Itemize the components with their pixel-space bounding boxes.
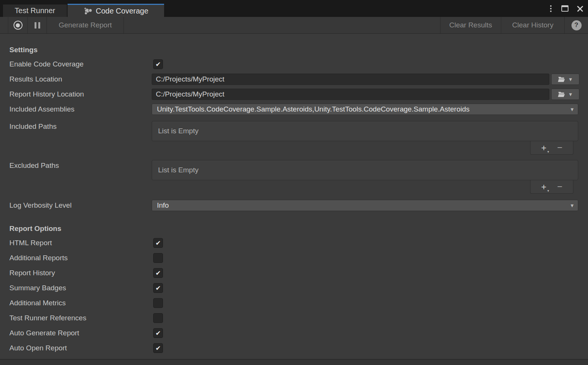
tab-test-runner[interactable]: Test Runner [3, 5, 67, 17]
tab-label: Test Runner [15, 6, 55, 15]
record-icon [14, 21, 23, 30]
toolbar-spacer [0, 17, 8, 33]
add-dropdown-caret-icon: ▾ [547, 150, 549, 154]
summary-badges-label: Summary Badges [9, 284, 66, 292]
html-report-label: HTML Report [9, 239, 52, 247]
results-location-browse-button[interactable]: ▼ [551, 74, 579, 85]
clear-history-label: Clear History [512, 21, 553, 29]
pause-button[interactable] [28, 17, 47, 33]
tab-code-coverage[interactable]: Code Coverage [68, 4, 164, 17]
toolbar-flex-space [124, 17, 440, 33]
enable-code-coverage-label: Enable Code Coverage [9, 60, 84, 68]
additional-metrics-row: Additional Metrics [0, 297, 588, 309]
log-verbosity-row: Log Verbosity Level Info ▼ [0, 200, 588, 211]
report-options-header: Report Options [9, 225, 61, 233]
excluded-paths-label: Excluded Paths [9, 161, 59, 170]
results-location-label: Results Location [9, 75, 62, 83]
summary-badges-checkbox[interactable] [153, 283, 163, 293]
clear-history-button[interactable]: Clear History [501, 17, 564, 33]
auto-generate-report-label: Auto Generate Report [9, 329, 79, 337]
toolbar: Generate Report Clear Results Clear Hist… [0, 17, 588, 34]
chevron-down-icon: ▼ [568, 77, 573, 82]
plus-icon: + [541, 143, 546, 153]
generate-report-label: Generate Report [59, 21, 112, 29]
test-runner-references-row: Test Runner References [0, 312, 588, 324]
enable-code-coverage-checkbox[interactable] [153, 59, 163, 69]
clear-results-label: Clear Results [449, 21, 492, 29]
report-history-checkbox[interactable] [153, 268, 163, 278]
report-history-row: Report History [0, 267, 588, 279]
html-report-row: HTML Report [0, 237, 588, 249]
help-button[interactable]: ? [564, 17, 588, 33]
auto-open-report-checkbox[interactable] [153, 343, 163, 353]
report-history-location-input[interactable]: C:/Projects/MyProject [152, 89, 549, 100]
chevron-down-icon: ▼ [570, 203, 574, 208]
remove-path-button[interactable]: − [557, 184, 562, 189]
add-dropdown-caret-icon: ▾ [547, 189, 549, 193]
remove-path-button[interactable]: − [557, 145, 562, 150]
chevron-down-icon: ▼ [570, 107, 574, 112]
included-paths-list[interactable]: List is Empty [152, 121, 578, 141]
additional-reports-row: Additional Reports [0, 252, 588, 264]
log-verbosity-dropdown[interactable]: Info ▼ [152, 200, 578, 211]
add-path-button[interactable]: + ▾ [541, 143, 546, 152]
auto-open-report-label: Auto Open Report [9, 344, 67, 352]
open-folder-icon [558, 76, 565, 83]
test-runner-references-label: Test Runner References [9, 314, 86, 322]
settings-header: Settings [9, 46, 38, 54]
plus-icon: + [541, 182, 546, 192]
additional-reports-label: Additional Reports [9, 254, 68, 262]
record-button[interactable] [8, 17, 28, 33]
report-history-location-row: Report History Location C:/Projects/MyPr… [0, 89, 588, 100]
report-history-label: Report History [9, 269, 55, 277]
additional-metrics-checkbox[interactable] [153, 298, 163, 308]
additional-reports-checkbox[interactable] [153, 253, 163, 263]
log-verbosity-value: Info [157, 201, 567, 210]
report-options-header-row: Report Options [0, 223, 588, 234]
tab-bar: Test Runner Code Coverage [0, 0, 588, 17]
kebab-menu-icon[interactable] [549, 4, 553, 14]
log-verbosity-label: Log Verbosity Level [9, 201, 72, 210]
excluded-paths-list-footer: + ▾ − [530, 180, 573, 194]
generate-report-button[interactable]: Generate Report [47, 17, 124, 33]
auto-generate-report-checkbox[interactable] [153, 328, 163, 338]
included-assemblies-dropdown[interactable]: Unity.TestTools.CodeCoverage.Sample.Aste… [152, 104, 578, 115]
test-runner-references-checkbox[interactable] [153, 313, 163, 323]
list-empty-text: List is Empty [158, 166, 199, 174]
minus-icon: − [557, 142, 562, 152]
report-history-location-label: Report History Location [9, 90, 84, 98]
clear-results-button[interactable]: Clear Results [440, 17, 501, 33]
chevron-down-icon: ▼ [568, 92, 573, 97]
help-icon: ? [571, 20, 582, 30]
close-icon[interactable] [577, 5, 583, 12]
maximize-icon[interactable] [561, 5, 568, 12]
auto-open-report-row: Auto Open Report [0, 342, 588, 354]
code-coverage-icon [83, 6, 92, 15]
pause-icon [35, 22, 40, 29]
html-report-checkbox[interactable] [153, 238, 163, 248]
included-assemblies-label: Included Assemblies [9, 105, 74, 113]
settings-header-row: Settings [0, 44, 588, 56]
code-coverage-panel: Settings Enable Code Coverage Results Lo… [0, 34, 588, 359]
results-location-row: Results Location C:/Projects/MyProject ▼ [0, 74, 588, 85]
enable-code-coverage-row: Enable Code Coverage [0, 59, 588, 70]
summary-badges-row: Summary Badges [0, 282, 588, 294]
window-controls [549, 0, 583, 17]
tab-label: Code Coverage [96, 7, 148, 15]
minus-icon: − [557, 181, 562, 192]
excluded-paths-list[interactable]: List is Empty [152, 160, 578, 180]
open-folder-icon [558, 91, 565, 98]
window-bottom-edge [0, 359, 588, 365]
included-paths-label: Included Paths [9, 122, 57, 131]
included-paths-list-footer: + ▾ − [530, 141, 573, 155]
results-location-input[interactable]: C:/Projects/MyProject [152, 74, 549, 85]
included-assemblies-value: Unity.TestTools.CodeCoverage.Sample.Aste… [157, 105, 567, 113]
report-history-browse-button[interactable]: ▼ [551, 89, 579, 100]
add-path-button[interactable]: + ▾ [541, 182, 546, 192]
auto-generate-report-row: Auto Generate Report [0, 327, 588, 339]
additional-metrics-label: Additional Metrics [9, 299, 66, 307]
included-assemblies-row: Included Assemblies Unity.TestTools.Code… [0, 104, 588, 115]
list-empty-text: List is Empty [158, 127, 199, 135]
